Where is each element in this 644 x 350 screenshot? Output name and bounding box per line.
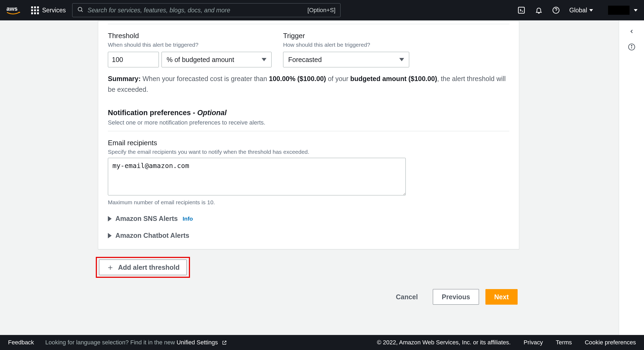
svg-point-7 — [631, 45, 632, 46]
global-search[interactable]: [Option+S] — [72, 3, 341, 17]
sns-info-link[interactable]: Info — [182, 216, 193, 222]
account-menu[interactable] — [603, 6, 638, 15]
unified-settings-link[interactable]: Unified Settings — [177, 339, 218, 346]
sns-alerts-expander[interactable]: Amazon SNS Alerts Info — [108, 215, 509, 223]
trigger-select[interactable]: Forecasted — [283, 52, 409, 67]
external-link-icon — [222, 340, 227, 345]
threshold-unit-select[interactable]: % of budgeted amount — [162, 52, 272, 67]
info-panel-icon[interactable] — [627, 42, 637, 52]
svg-point-1 — [78, 7, 82, 11]
search-shortcut: [Option+S] — [308, 7, 336, 14]
terms-link[interactable]: Terms — [556, 339, 572, 346]
language-hint: Looking for language selection? Find it … — [45, 339, 227, 346]
chevron-down-icon — [399, 58, 404, 61]
threshold-value-input[interactable] — [108, 52, 159, 67]
chevron-down-icon — [262, 58, 266, 61]
account-redacted — [608, 6, 630, 15]
email-recipients-input[interactable] — [108, 158, 406, 195]
threshold-help: When should this alert be triggered? — [108, 42, 276, 48]
help-panel-rail — [619, 20, 644, 335]
notifications-icon[interactable] — [535, 6, 543, 14]
search-input[interactable] — [87, 7, 307, 14]
aws-logo[interactable]: aws — [6, 5, 24, 16]
next-button[interactable]: Next — [485, 289, 518, 305]
search-icon — [77, 6, 84, 14]
notification-preferences-header: Notification preferences - Optional — [108, 109, 509, 117]
cloudshell-icon[interactable] — [517, 6, 525, 14]
chevron-down-icon — [634, 9, 638, 12]
trigger-help: How should this alert be triggered? — [283, 42, 409, 48]
triangle-right-icon — [108, 233, 112, 238]
svg-text:aws: aws — [6, 5, 18, 12]
add-threshold-highlight: ＋ Add alert threshold — [96, 257, 190, 278]
footer: Feedback Looking for language selection?… — [0, 335, 644, 350]
region-selector[interactable]: Global — [569, 7, 593, 14]
email-recipients-help: Specify the email recipients you want to… — [108, 149, 509, 155]
cancel-button[interactable]: Cancel — [387, 289, 426, 305]
plus-icon: ＋ — [106, 263, 114, 271]
chevron-down-icon — [589, 9, 593, 12]
threshold-label: Threshold — [108, 32, 276, 40]
collapse-panel-icon[interactable] — [627, 26, 637, 37]
alert-panel: Threshold When should this alert be trig… — [98, 20, 519, 249]
feedback-link[interactable]: Feedback — [8, 339, 34, 346]
alert-summary: Summary: When your forecasted cost is gr… — [108, 73, 509, 95]
wizard-actions: Cancel Previous Next — [98, 289, 519, 305]
trigger-label: Trigger — [283, 32, 409, 40]
privacy-link[interactable]: Privacy — [524, 339, 543, 346]
chatbot-alerts-expander[interactable]: Amazon Chatbot Alerts — [108, 232, 509, 239]
svg-line-2 — [81, 10, 83, 12]
email-max-helper: Maximum number of email recipients is 10… — [108, 199, 509, 206]
cookie-preferences-link[interactable]: Cookie preferences — [585, 339, 636, 346]
notification-preferences-sub: Select one or more notification preferen… — [108, 119, 509, 126]
top-nav: aws Services [Option+S] Global — [0, 0, 644, 20]
triangle-right-icon — [108, 216, 112, 221]
services-link[interactable]: Services — [42, 7, 66, 14]
email-recipients-label: Email recipients — [108, 139, 509, 147]
services-grid-icon[interactable] — [31, 6, 39, 14]
copyright: © 2022, Amazon Web Services, Inc. or its… — [377, 339, 511, 346]
help-icon[interactable] — [552, 6, 560, 14]
add-alert-threshold-button[interactable]: ＋ Add alert threshold — [99, 260, 187, 275]
previous-button[interactable]: Previous — [433, 289, 479, 305]
